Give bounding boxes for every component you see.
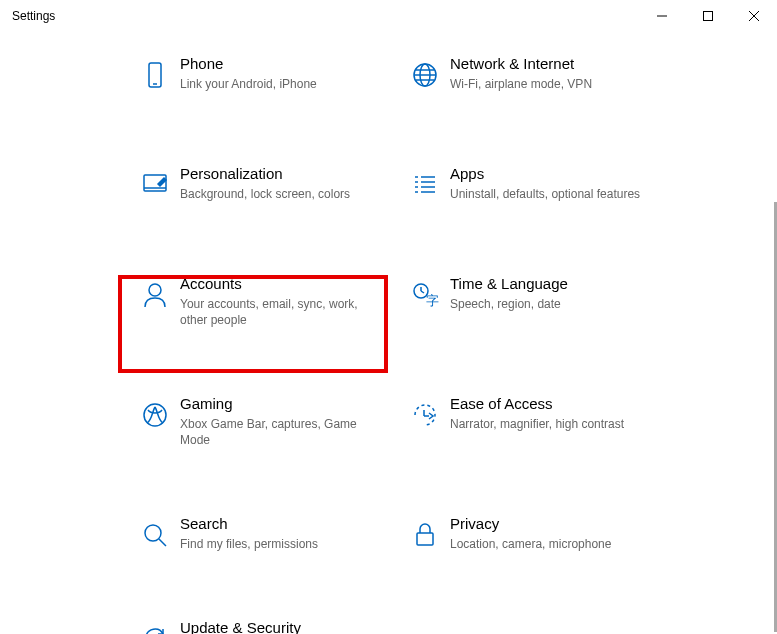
svg-rect-31 (417, 533, 433, 545)
svg-text:字: 字 (426, 293, 439, 308)
gaming-icon (130, 394, 180, 448)
tile-phone[interactable]: Phone Link your Android, iPhone (130, 42, 400, 104)
tile-desc: Xbox Game Bar, captures, Game Mode (180, 416, 380, 448)
apps-icon (400, 164, 450, 202)
update-icon (130, 618, 180, 634)
tile-title: Personalization (180, 164, 380, 184)
svg-line-30 (159, 539, 166, 546)
close-button[interactable] (731, 0, 777, 32)
tile-ease-of-access[interactable]: Ease of Access Narrator, magnifier, high… (400, 382, 670, 460)
tile-desc: Uninstall, defaults, optional features (450, 186, 650, 202)
tile-desc: Wi-Fi, airplane mode, VPN (450, 76, 650, 92)
window-title: Settings (12, 9, 55, 23)
search-icon (130, 514, 180, 552)
minimize-button[interactable] (639, 0, 685, 32)
minimize-icon (657, 11, 667, 21)
tile-title: Privacy (450, 514, 650, 534)
tile-search[interactable]: Search Find my files, permissions (130, 502, 400, 564)
person-icon (130, 274, 180, 328)
svg-point-29 (145, 525, 161, 541)
svg-line-24 (421, 291, 424, 293)
tile-desc: Your accounts, email, sync, work, other … (180, 296, 380, 328)
settings-grid: Phone Link your Android, iPhone Network … (130, 42, 690, 634)
svg-rect-1 (704, 12, 713, 21)
tile-privacy[interactable]: Privacy Location, camera, microphone (400, 502, 670, 564)
tile-gaming[interactable]: Gaming Xbox Game Bar, captures, Game Mod… (130, 382, 400, 460)
tile-network[interactable]: Network & Internet Wi-Fi, airplane mode,… (400, 42, 670, 104)
tile-title: Search (180, 514, 380, 534)
tile-title: Gaming (180, 394, 380, 414)
tile-desc: Link your Android, iPhone (180, 76, 380, 92)
paintbrush-icon (130, 164, 180, 202)
titlebar: Settings (0, 0, 777, 32)
maximize-icon (703, 11, 713, 21)
tile-desc: Find my files, permissions (180, 536, 380, 552)
time-language-icon: 字 (400, 274, 450, 328)
tile-title: Ease of Access (450, 394, 650, 414)
tile-time-language[interactable]: 字 Time & Language Speech, region, date (400, 262, 670, 340)
tile-personalization[interactable]: Personalization Background, lock screen,… (130, 152, 400, 214)
tile-desc: Narrator, magnifier, high contrast (450, 416, 650, 432)
tile-desc: Speech, region, date (450, 296, 650, 312)
phone-icon (130, 54, 180, 92)
tile-title: Network & Internet (450, 54, 650, 74)
svg-point-21 (149, 284, 161, 296)
tile-title: Time & Language (450, 274, 650, 294)
tile-apps[interactable]: Apps Uninstall, defaults, optional featu… (400, 152, 670, 214)
tile-title: Phone (180, 54, 380, 74)
close-icon (749, 11, 759, 21)
maximize-button[interactable] (685, 0, 731, 32)
tile-update-security[interactable]: Update & Security Windows Update, recove… (130, 606, 400, 634)
tile-title: Accounts (180, 274, 380, 294)
tile-desc: Background, lock screen, colors (180, 186, 380, 202)
tile-title: Update & Security (180, 618, 380, 634)
ease-of-access-icon (400, 394, 450, 448)
content-area: Phone Link your Android, iPhone Network … (0, 32, 777, 634)
globe-icon (400, 54, 450, 92)
tile-title: Apps (450, 164, 650, 184)
lock-icon (400, 514, 450, 552)
tile-desc: Location, camera, microphone (450, 536, 650, 552)
window-controls (639, 0, 777, 32)
tile-accounts[interactable]: Accounts Your accounts, email, sync, wor… (130, 262, 400, 340)
